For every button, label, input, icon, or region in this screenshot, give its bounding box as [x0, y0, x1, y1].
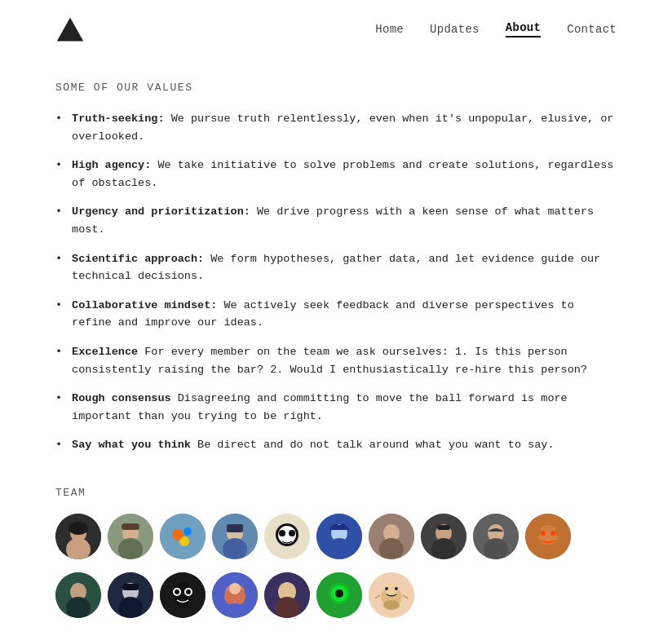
svg-point-12	[179, 536, 189, 546]
value-bold: Excellence	[72, 346, 138, 358]
svg-rect-8	[122, 523, 139, 530]
avatar-row-1	[55, 514, 571, 559]
avatar	[55, 514, 101, 559]
value-text: We take initiative to solve problems and…	[72, 159, 613, 189]
svg-point-20	[279, 530, 285, 536]
list-item: High agency: We take initiative to solve…	[55, 157, 617, 192]
nav-home[interactable]: Home	[375, 23, 404, 36]
svg-rect-47	[122, 584, 139, 590]
svg-point-4	[69, 522, 88, 535]
svg-point-36	[538, 525, 558, 545]
list-item: Rough consensus Disagreeing and committi…	[55, 390, 617, 425]
values-section-title: SOME OF OUR VALUES	[55, 82, 617, 94]
value-bold: Collaborative mindset:	[72, 299, 217, 311]
svg-point-52	[175, 589, 179, 594]
list-item: Urgency and prioritization: We drive pro…	[55, 203, 617, 238]
value-bold: High agency:	[72, 159, 151, 171]
avatar	[473, 514, 519, 559]
list-item: Excellence For every member on the team …	[55, 343, 617, 378]
list-item: Truth-seeking: We pursue truth relentles…	[55, 110, 617, 145]
team-avatars	[55, 514, 617, 625]
value-bold: Urgency and prioritization:	[72, 205, 250, 218]
svg-rect-31	[437, 525, 450, 530]
svg-point-70	[395, 587, 398, 590]
avatar	[160, 514, 206, 559]
avatar	[316, 572, 362, 618]
avatar	[212, 572, 258, 618]
value-bold: Say what you think	[72, 439, 191, 451]
nav-contact[interactable]: Contact	[567, 23, 617, 36]
value-bold: Rough consensus	[72, 392, 171, 404]
avatar	[108, 572, 153, 618]
logo[interactable]	[55, 15, 85, 44]
svg-marker-0	[57, 18, 83, 42]
list-item: Say what you think Be direct and do not …	[55, 436, 617, 454]
avatar	[212, 514, 258, 559]
svg-rect-16	[227, 524, 243, 532]
svg-point-40	[555, 527, 564, 536]
svg-point-69	[385, 587, 388, 590]
value-text: Be direct and do not talk around what yo…	[191, 439, 555, 451]
list-item: Collaborative mindset: We actively seek …	[55, 297, 617, 332]
value-text: For every member on the team we ask ours…	[72, 346, 587, 376]
svg-point-53	[186, 589, 191, 594]
values-list: Truth-seeking: We pursue truth relentles…	[55, 110, 617, 454]
team-section-title: TEAM	[55, 487, 617, 499]
value-bold: Truth-seeking:	[72, 113, 164, 125]
svg-point-37	[541, 531, 546, 536]
team-section: TEAM	[55, 487, 617, 625]
value-bold: Scientific approach:	[72, 253, 204, 265]
svg-point-39	[533, 527, 541, 536]
avatar	[264, 514, 310, 559]
main-nav: Home Updates About Contact	[375, 21, 617, 38]
avatar	[421, 514, 466, 559]
avatar	[525, 514, 571, 559]
avatar-row-2	[55, 572, 414, 618]
avatar	[369, 514, 414, 559]
svg-point-65	[335, 589, 343, 598]
svg-point-71	[383, 600, 400, 610]
avatar	[108, 514, 153, 559]
avatar	[160, 572, 206, 618]
list-item: Scientific approach: We form hypotheses,…	[55, 250, 617, 285]
svg-point-58	[229, 583, 241, 594]
svg-point-38	[550, 531, 555, 536]
avatar	[264, 572, 310, 618]
header: Home Updates About Contact	[0, 0, 672, 59]
main-content: SOME OF OUR VALUES Truth-seeking: We pur…	[0, 59, 672, 640]
avatar	[55, 572, 101, 618]
svg-point-21	[289, 530, 295, 536]
avatar	[316, 514, 362, 559]
svg-point-11	[183, 527, 192, 536]
avatar	[369, 572, 414, 618]
nav-about[interactable]: About	[506, 21, 541, 38]
nav-updates[interactable]: Updates	[430, 23, 480, 36]
